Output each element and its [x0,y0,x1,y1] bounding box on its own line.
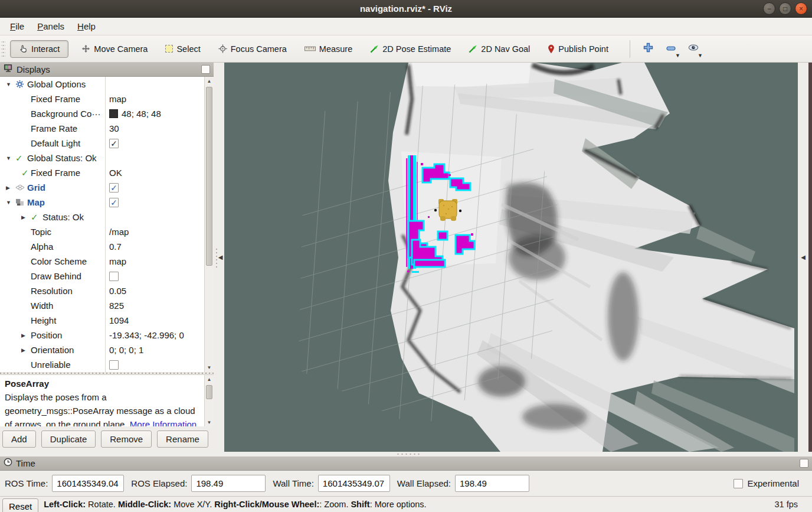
dropdown-caret-icon[interactable]: ▼ [698,53,703,58]
scroll-up-icon[interactable]: ▲ [205,375,214,384]
property-value[interactable]: 0; 0; 0; 1 [105,343,204,357]
property-label: Unreliable [31,360,71,370]
description-scrollbar[interactable]: ▲ ▼ [204,375,214,426]
menu-help[interactable]: Help [71,19,102,34]
checkbox[interactable] [109,360,119,370]
tree-row-global-options[interactable]: ▼Global Options [0,77,204,92]
tool-interact[interactable]: Interact [10,40,68,58]
scroll-up-icon[interactable]: ▲ [205,77,214,86]
scroll-down-icon[interactable]: ▼ [205,418,214,426]
tool-2d-pose-estimate[interactable]: 2D Pose Estimate [365,41,456,57]
tree-row-grid[interactable]: ▶Grid✓ [0,180,204,195]
tree-row-status-ok[interactable]: ▶✓Status: Ok [0,210,204,224]
maximize-button[interactable]: □ [779,2,791,15]
property-value[interactable]: 825 [105,298,204,313]
ros-elapsed-input[interactable] [191,475,266,492]
rename-button[interactable]: Rename [157,431,208,448]
close-button[interactable]: × [795,2,807,15]
tool-move-camera[interactable]: Move Camera [77,41,152,57]
ruler-icon [304,46,316,51]
tree-row-width[interactable]: Width825 [0,298,204,313]
checkbox[interactable]: ✓ [109,139,119,148]
wall-elapsed-input[interactable] [455,475,529,492]
tool-publish-point[interactable]: Publish Point [543,41,613,57]
tree-row-default-light[interactable]: Default Light✓ [0,136,204,151]
tool-select[interactable]: Select [161,41,205,57]
ros-time-input[interactable] [52,475,124,492]
tool-2d-nav-goal[interactable]: 2D Nav Goal [464,41,535,57]
tree-row-position[interactable]: ▶Position-19.343; -42.996; 0 [0,328,204,343]
render-viewport[interactable] [224,63,798,452]
tree-row-topic[interactable]: Topic/map [0,224,204,239]
duplicate-button[interactable]: Duplicate [41,431,96,448]
property-value[interactable]: 0.7 [105,239,204,254]
property-value[interactable]: map [105,92,204,106]
time-float-button[interactable] [800,459,808,468]
property-value[interactable]: map [105,254,204,269]
tree-row-map[interactable]: ▼Map✓ [0,195,204,210]
tree-row-draw-behind[interactable]: Draw Behind [0,269,204,283]
checkbox[interactable]: ✓ [109,183,119,193]
property-value[interactable]: OK [105,165,204,180]
reset-button[interactable]: Reset [2,498,38,512]
checkbox[interactable]: ✓ [109,198,119,207]
add-tool-button[interactable] [639,39,659,59]
tree-row-resolution[interactable]: Resolution0.05 [0,283,204,298]
expand-icon[interactable]: ▶ [20,347,31,353]
expand-icon[interactable]: ▶ [5,185,15,191]
scrollbar-thumb[interactable] [206,87,212,266]
dropdown-caret-icon[interactable]: ▼ [675,53,680,58]
menu-file[interactable]: File [4,19,31,34]
property-value[interactable]: -19.343; -42.996; 0 [105,328,204,343]
expand-icon[interactable]: ▶ [20,332,31,338]
wall-time-input[interactable] [318,475,390,492]
tree-row-orientation[interactable]: ▶Orientation0; 0; 0; 1 [0,343,204,357]
tree-row-alpha[interactable]: Alpha0.7 [0,239,204,254]
tree-row-unreliable[interactable]: Unreliable [0,357,204,372]
collapse-icon[interactable]: ▼ [5,200,15,206]
collapse-right-icon[interactable]: ◀ [801,255,806,260]
tool-visibility-button[interactable]: ▼ [683,39,703,59]
property-value[interactable]: 1094 [105,313,204,328]
scroll-down-icon[interactable]: ▼ [205,363,214,372]
tool-measure[interactable]: Measure [300,41,357,57]
menu-panels[interactable]: Panels [31,19,71,34]
toolbar-grip[interactable] [1,40,5,58]
tree-row-global-status-ok[interactable]: ▼✓Global Status: Ok [0,151,204,165]
time-panel-header[interactable]: Time [0,456,812,471]
tool-focus-camera[interactable]: Focus Camera [214,41,292,57]
more-information-link[interactable]: More Information. [130,419,199,426]
3d-viewport-canvas[interactable] [224,63,798,452]
remove-button[interactable]: Remove [101,431,152,448]
property-value[interactable]: 48; 48; 48 [105,106,204,121]
displays-panel-header[interactable]: Displays [0,63,214,77]
property-value[interactable]: /map [105,224,204,239]
remove-tool-button[interactable]: ▼ [661,39,681,59]
displays-tree-scrollbar[interactable]: ▲ ▼ [204,77,214,372]
collapse-icon[interactable]: ▼ [5,155,15,161]
tree-row-fixed-frame[interactable]: ✓Fixed FrameOK [0,165,204,180]
property-value[interactable]: 0.05 [105,283,204,298]
description-line: Displays the poses from a [5,390,209,404]
tree-row-background-co[interactable]: Background Co···48; 48; 48 [0,106,204,121]
experimental-checkbox[interactable] [734,479,743,488]
bottom-splitter[interactable] [0,452,812,456]
window-controls: −□× [763,2,807,15]
right-splitter[interactable]: ◀ [798,63,812,452]
tree-row-frame-rate[interactable]: Frame Rate30 [0,121,204,136]
collapse-icon[interactable]: ▼ [5,81,15,87]
title-bar[interactable]: navigation.rviz* - RViz −□× [0,0,812,18]
tree-row-fixed-frame[interactable]: Fixed Framemap [0,92,204,106]
property-value[interactable]: 30 [105,121,204,136]
add-button[interactable]: Add [2,431,36,448]
tree-row-color-scheme[interactable]: Color Schememap [0,254,204,269]
minimize-button[interactable]: − [763,2,775,15]
left-splitter[interactable]: ◀ [214,63,224,452]
tree-row-height[interactable]: Height1094 [0,313,204,328]
color-swatch[interactable] [109,109,118,118]
expand-icon[interactable]: ▶ [20,214,31,220]
displays-float-button[interactable] [201,65,210,74]
checkbox[interactable] [109,272,119,281]
scrollbar-thumb[interactable] [206,385,212,399]
collapse-left-icon[interactable]: ◀ [218,255,223,260]
